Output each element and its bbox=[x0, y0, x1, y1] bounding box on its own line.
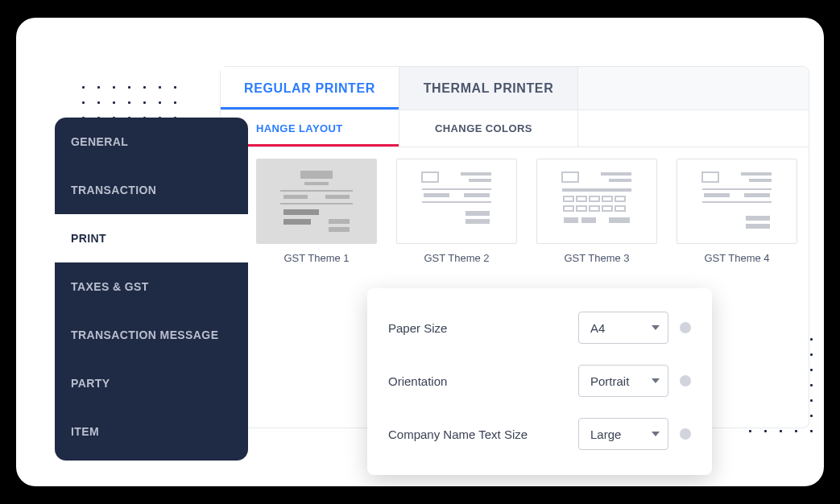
svg-rect-2 bbox=[280, 190, 353, 192]
sidebar-item-label: TRANSACTION bbox=[71, 184, 156, 196]
tab-change-colors[interactable]: CHANGE COLORS bbox=[399, 110, 578, 147]
svg-rect-44 bbox=[746, 224, 770, 229]
svg-rect-41 bbox=[744, 193, 770, 197]
setting-label: Orientation bbox=[388, 374, 578, 388]
info-icon[interactable] bbox=[680, 428, 691, 440]
theme-label: GST Theme 2 bbox=[424, 252, 489, 264]
printer-type-tabs: REGULAR PRINTER THERMAL PRINTER bbox=[221, 67, 809, 110]
sidebar-item-print[interactable]: PRINT bbox=[55, 214, 248, 262]
layout-settings-card: Paper Size A4 Orientation Portrait Compa… bbox=[367, 288, 712, 475]
svg-rect-12 bbox=[469, 179, 491, 182]
decorative-dots-left bbox=[82, 86, 176, 119]
svg-rect-42 bbox=[702, 201, 772, 203]
theme-list: GST Theme 1 GST Theme bbox=[221, 147, 809, 264]
tab-label: HANGE LAYOUT bbox=[256, 122, 343, 134]
svg-rect-9 bbox=[329, 227, 350, 232]
svg-rect-37 bbox=[741, 172, 772, 176]
sidebar-item-taxes-gst[interactable]: TAXES & GST bbox=[55, 262, 248, 311]
svg-rect-5 bbox=[280, 203, 353, 204]
svg-rect-16 bbox=[422, 201, 491, 203]
sidebar-item-transaction[interactable]: TRANSACTION bbox=[55, 166, 248, 214]
svg-rect-4 bbox=[325, 195, 350, 199]
theme-thumbnail bbox=[256, 159, 377, 244]
setting-row-paper-size: Paper Size A4 bbox=[388, 301, 691, 354]
svg-rect-21 bbox=[609, 179, 631, 182]
select-value: Large bbox=[590, 428, 621, 441]
chevron-down-icon bbox=[652, 378, 660, 383]
svg-rect-26 bbox=[602, 196, 612, 201]
sidebar-item-item[interactable]: ITEM bbox=[55, 407, 248, 456]
svg-rect-31 bbox=[602, 206, 612, 211]
svg-rect-1 bbox=[304, 182, 329, 185]
sidebar-item-label: PARTY bbox=[71, 377, 110, 390]
svg-rect-8 bbox=[329, 219, 350, 224]
svg-rect-6 bbox=[283, 209, 319, 215]
orientation-select[interactable]: Portrait bbox=[578, 365, 668, 397]
svg-rect-22 bbox=[562, 188, 631, 192]
company-name-text-size-select[interactable]: Large bbox=[578, 418, 668, 450]
svg-rect-11 bbox=[461, 172, 491, 176]
sidebar-item-transaction-message[interactable]: TRANSACTION MESSAGE bbox=[55, 311, 248, 359]
theme-label: GST Theme 1 bbox=[283, 252, 349, 264]
theme-label: GST Theme 4 bbox=[704, 252, 769, 264]
svg-rect-43 bbox=[746, 216, 770, 221]
setting-row-company-name-text-size: Company Name Text Size Large bbox=[388, 407, 691, 461]
tab-label: CHANGE COLORS bbox=[435, 122, 532, 134]
svg-rect-25 bbox=[590, 196, 599, 201]
svg-rect-27 bbox=[615, 196, 625, 201]
select-value: Portrait bbox=[590, 374, 629, 388]
info-icon[interactable] bbox=[680, 375, 691, 386]
info-icon[interactable] bbox=[680, 322, 691, 333]
svg-rect-38 bbox=[749, 179, 772, 182]
theme-option-1[interactable]: GST Theme 1 bbox=[256, 159, 377, 264]
svg-rect-0 bbox=[300, 171, 333, 179]
svg-rect-23 bbox=[564, 196, 573, 201]
theme-thumbnail bbox=[677, 159, 797, 244]
svg-rect-17 bbox=[466, 211, 490, 216]
theme-option-2[interactable]: GST Theme 2 bbox=[396, 159, 517, 264]
tab-regular-printer[interactable]: REGULAR PRINTER bbox=[221, 67, 399, 109]
svg-rect-33 bbox=[564, 217, 578, 223]
svg-rect-14 bbox=[424, 193, 449, 197]
chevron-down-icon bbox=[652, 325, 660, 330]
svg-rect-10 bbox=[422, 172, 438, 182]
theme-option-3[interactable]: GST Theme 3 bbox=[536, 159, 657, 264]
sidebar-item-label: ITEM bbox=[71, 425, 99, 438]
setting-row-orientation: Orientation Portrait bbox=[388, 354, 691, 407]
svg-rect-40 bbox=[704, 193, 730, 197]
tab-label: REGULAR PRINTER bbox=[244, 81, 375, 96]
settings-sidebar: GENERAL TRANSACTION PRINT TAXES & GST TR… bbox=[55, 118, 248, 461]
sidebar-item-label: GENERAL bbox=[71, 135, 128, 148]
svg-rect-19 bbox=[562, 172, 578, 182]
svg-rect-15 bbox=[464, 193, 490, 197]
theme-thumbnail bbox=[396, 159, 517, 244]
svg-rect-39 bbox=[702, 188, 772, 190]
svg-rect-24 bbox=[577, 196, 586, 201]
setting-label: Company Name Text Size bbox=[388, 428, 578, 441]
sidebar-item-party[interactable]: PARTY bbox=[55, 359, 248, 407]
svg-rect-34 bbox=[581, 217, 596, 223]
svg-rect-32 bbox=[615, 206, 625, 211]
paper-size-select[interactable]: A4 bbox=[578, 312, 668, 344]
theme-option-4[interactable]: GST Theme 4 bbox=[677, 159, 797, 264]
theme-label: GST Theme 3 bbox=[564, 252, 629, 264]
theme-thumbnail bbox=[536, 159, 657, 244]
tab-thermal-printer[interactable]: THERMAL PRINTER bbox=[399, 67, 578, 109]
svg-rect-29 bbox=[577, 206, 586, 211]
setting-label: Paper Size bbox=[388, 321, 578, 335]
svg-rect-7 bbox=[283, 219, 311, 225]
svg-rect-28 bbox=[564, 206, 573, 211]
sidebar-item-general[interactable]: GENERAL bbox=[55, 118, 248, 166]
select-value: A4 bbox=[590, 321, 605, 335]
svg-rect-3 bbox=[283, 195, 308, 199]
svg-rect-20 bbox=[601, 172, 631, 176]
sidebar-item-label: TAXES & GST bbox=[71, 280, 149, 293]
svg-rect-36 bbox=[702, 172, 718, 182]
layout-color-tabs: HANGE LAYOUT CHANGE COLORS bbox=[221, 110, 809, 147]
svg-rect-30 bbox=[590, 206, 599, 211]
svg-rect-18 bbox=[466, 219, 490, 224]
sidebar-item-label: TRANSACTION MESSAGE bbox=[71, 328, 218, 341]
svg-rect-35 bbox=[609, 217, 630, 223]
svg-rect-13 bbox=[422, 188, 491, 190]
chevron-down-icon bbox=[652, 432, 660, 436]
